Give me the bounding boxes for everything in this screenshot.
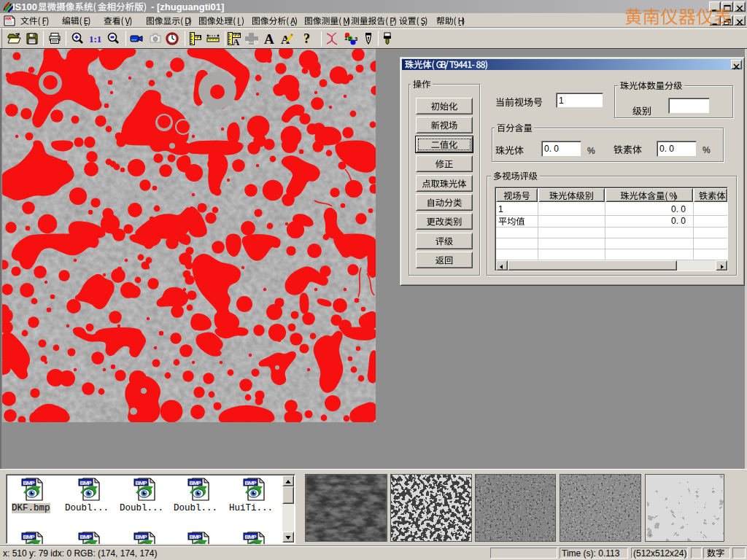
svg-text:1:1: 1:1 xyxy=(89,34,101,44)
svg-text:2: 2 xyxy=(349,36,352,42)
svg-text:DOC: DOC xyxy=(6,17,14,20)
svg-text:A: A xyxy=(233,36,240,47)
svg-text:A: A xyxy=(264,31,274,46)
svg-text:1: 1 xyxy=(344,35,348,42)
svg-text:3: 3 xyxy=(355,36,357,42)
svg-text:?: ? xyxy=(303,31,310,46)
